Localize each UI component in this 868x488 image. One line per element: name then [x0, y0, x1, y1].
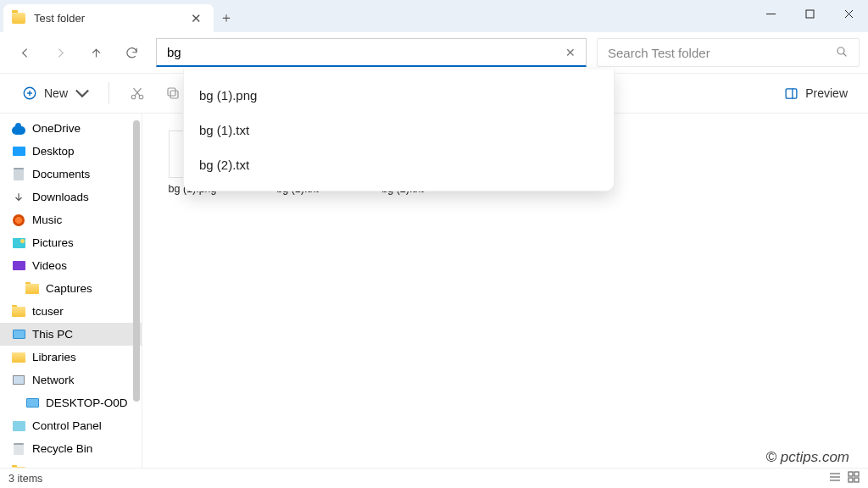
nav-row: ✕ Search Test folder [0, 32, 868, 73]
tree-item-label: Captures [46, 282, 92, 295]
tree-item-music[interactable]: Music [0, 208, 142, 231]
svg-point-4 [837, 47, 844, 54]
tree-item-pictures[interactable]: Pictures [0, 231, 142, 254]
tab-active[interactable]: Test folder ✕ [3, 4, 214, 32]
music-icon [12, 214, 25, 227]
pc-icon [12, 328, 25, 341]
tree-item-label: Network [32, 374, 75, 386]
desktop-icon [12, 145, 25, 158]
tree-item-videos[interactable]: Videos [0, 254, 142, 277]
svg-rect-1 [806, 10, 814, 18]
lib-icon [12, 351, 25, 364]
plus-circle-icon [22, 86, 37, 101]
tree-item-this-pc[interactable]: This PC [0, 323, 142, 346]
search-box[interactable]: Search Test folder [597, 38, 860, 67]
tree-item-label: OneDrive [32, 122, 81, 135]
clear-address-button[interactable]: ✕ [560, 42, 581, 63]
tree-item-label: DESKTOP-O0D [46, 396, 128, 409]
up-button[interactable] [78, 36, 114, 69]
preview-button[interactable]: Preview [777, 81, 854, 106]
search-icon [835, 45, 849, 61]
down-icon [12, 191, 25, 204]
tree-item-tcuser[interactable]: tcuser [0, 300, 142, 323]
vid-icon [12, 259, 25, 273]
preview-icon [784, 86, 798, 101]
svg-rect-22 [849, 478, 853, 482]
status-bar: 3 items [0, 468, 868, 488]
new-tab-button[interactable]: ＋ [214, 5, 239, 30]
minimize-button[interactable] [751, 0, 790, 27]
tree-item-label: Videos [32, 259, 67, 272]
tree-item-label: This PC [32, 328, 73, 341]
svg-rect-13 [170, 91, 178, 98]
pc-icon [25, 396, 39, 410]
new-button[interactable]: New [14, 80, 98, 106]
folder-icon [25, 282, 39, 296]
svg-rect-23 [854, 478, 859, 482]
svg-rect-21 [854, 472, 859, 476]
details-view-button[interactable] [829, 471, 841, 485]
close-button[interactable] [829, 0, 868, 27]
tab-close-button[interactable]: ✕ [187, 8, 205, 28]
tree-item-label: Recycle Bin [32, 442, 92, 455]
maximize-button[interactable] [790, 0, 829, 27]
svg-line-11 [135, 88, 142, 96]
tree-item-recycle-bin[interactable]: Recycle Bin [0, 437, 142, 460]
tree-item-control-panel[interactable]: Control Panel [0, 414, 142, 437]
doc-icon [12, 168, 25, 181]
tree-item-downloads[interactable]: Downloads [0, 186, 142, 208]
tree-item-desktop-o0d[interactable]: DESKTOP-O0D [0, 391, 142, 414]
svg-line-5 [843, 53, 846, 56]
tree-item-onedrive[interactable]: OneDrive [0, 117, 142, 140]
preview-label: Preview [805, 86, 848, 100]
tree-item-captures[interactable]: Captures [0, 277, 142, 300]
chevron-down-icon [75, 86, 90, 101]
search-placeholder: Search Test folder [608, 46, 710, 60]
icons-view-button[interactable] [848, 471, 860, 485]
svg-line-12 [134, 88, 141, 96]
tree-item-libraries[interactable]: Libraries [0, 346, 142, 369]
cloud-icon [12, 122, 25, 136]
tree-item-network[interactable]: Network [0, 369, 142, 391]
refresh-button[interactable] [114, 36, 149, 69]
tree-item-label: Control Panel [32, 419, 102, 432]
titlebar: Test folder ✕ ＋ [0, 0, 868, 32]
tree-item-label: Libraries [32, 351, 76, 363]
tree-item-label: Desktop [32, 145, 75, 158]
address-suggestions: bg (1).png bg (1).txt bg (2).txt [183, 69, 615, 191]
tree-item-label: tcuser [32, 305, 64, 318]
window-controls [751, 0, 868, 27]
divider [108, 82, 109, 104]
tree-item-desktop[interactable]: Desktop [0, 140, 142, 163]
folder-icon [12, 305, 25, 319]
item-count: 3 items [8, 473, 42, 485]
nav-tree[interactable]: OneDriveDesktopDocumentsDownloadsMusicPi… [0, 114, 142, 469]
suggestion-item[interactable]: bg (2).txt [184, 147, 614, 182]
svg-rect-20 [849, 472, 853, 476]
svg-rect-15 [786, 88, 797, 97]
bin-icon [12, 442, 25, 456]
pic-icon [12, 236, 25, 250]
cut-button[interactable] [120, 76, 155, 110]
suggestion-item[interactable]: bg (1).txt [184, 113, 614, 147]
back-button[interactable] [7, 36, 42, 69]
svg-rect-14 [168, 88, 175, 96]
tree-item-label: Documents [32, 168, 90, 180]
suggestion-item[interactable]: bg (1).png [184, 78, 614, 113]
net-icon [12, 374, 25, 387]
tab-title: Test folder [34, 12, 85, 25]
folder-icon [12, 13, 25, 24]
address-input[interactable] [167, 45, 560, 59]
panel-icon [12, 419, 25, 433]
forward-button[interactable] [42, 36, 78, 69]
tree-item-label: Pictures [32, 236, 74, 249]
tree-item-label: Downloads [32, 191, 89, 203]
address-bar[interactable]: ✕ [156, 38, 587, 67]
tree-item-documents[interactable]: Documents [0, 163, 142, 186]
scrollbar-thumb[interactable] [133, 120, 140, 402]
watermark: © pctips.com [766, 449, 850, 466]
tree-item-label: Music [32, 214, 62, 226]
new-label: New [44, 86, 68, 100]
